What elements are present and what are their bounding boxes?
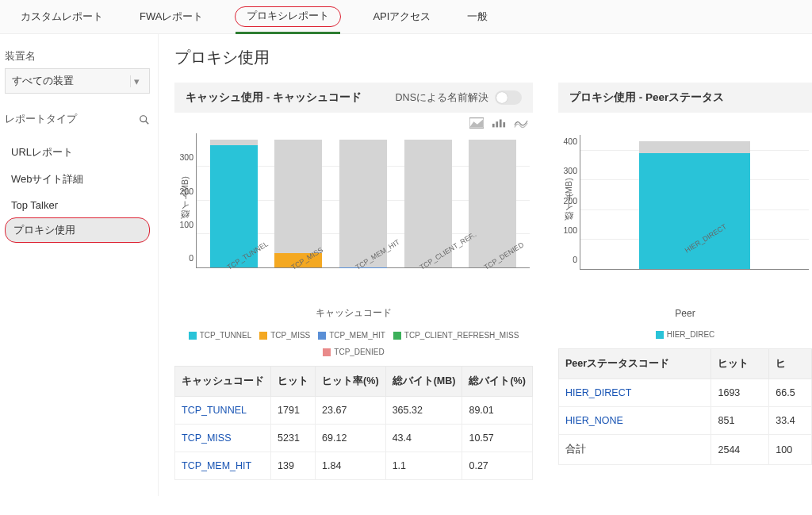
cell: 43.4 xyxy=(385,425,462,452)
cell: 2544 xyxy=(711,435,769,465)
chart-area-icon[interactable] xyxy=(469,117,484,129)
dns-toggle[interactable] xyxy=(495,90,522,105)
tab-fwa-report[interactable]: FWAレポート xyxy=(135,6,208,27)
device-select-value: すべての装置 xyxy=(12,74,74,88)
table-row: TCP_MEM_HIT 139 1.84 1.1 0.27 xyxy=(175,452,533,480)
tab-api-access[interactable]: APIアクセス xyxy=(368,6,435,27)
legend-label: TCP_MISS xyxy=(270,331,310,340)
legend-label: TCP_TUNNEL xyxy=(200,331,252,340)
ytick: 0 xyxy=(170,253,193,263)
ytick: 300 xyxy=(553,166,577,175)
cell: 1791 xyxy=(271,397,316,425)
cache-table: キャッシュコード ヒット ヒット率(%) 総バイト(MB) 総バイト(%) TC… xyxy=(174,366,533,480)
cell: 10.57 xyxy=(462,425,533,452)
legend-label: HIER_DIREC xyxy=(667,330,715,339)
tab-general[interactable]: 一般 xyxy=(462,6,492,27)
ytick: 100 xyxy=(553,225,577,235)
svg-line-1 xyxy=(146,121,149,124)
main-content: プロキシ使用 キャッシュ使用 - キャッシュコード DNSによる名前解決 xyxy=(159,34,812,496)
cell: 合計 xyxy=(559,435,711,465)
peer-chart-xlabel: Peer xyxy=(558,308,812,319)
ytick: 200 xyxy=(170,186,193,196)
th[interactable]: ヒ xyxy=(769,349,812,379)
table-row: TCP_TUNNEL 1791 23.67 365.32 89.01 xyxy=(175,397,533,425)
svg-rect-4 xyxy=(496,121,498,127)
svg-rect-6 xyxy=(503,122,505,127)
table-row: HIER_DIRECT 1693 66.5 xyxy=(559,379,812,407)
chart-bar-icon[interactable] xyxy=(492,117,506,129)
cache-panel: キャッシュ使用 - キャッシュコード DNSによる名前解決 総バイト(MB) 1… xyxy=(174,83,533,480)
dns-toggle-label: DNSによる名前解決 xyxy=(396,91,488,105)
report-type-label: レポートタイプ xyxy=(5,113,77,126)
th[interactable]: キャッシュコード xyxy=(175,367,271,397)
legend-label: TCP_MEM_HIT xyxy=(329,331,385,340)
cache-code-link[interactable]: TCP_TUNNEL xyxy=(175,397,271,425)
tab-proxy-report[interactable]: プロキシレポート xyxy=(235,6,341,27)
ytick: 300 xyxy=(170,152,193,162)
cell: 100 xyxy=(769,435,812,465)
report-type-list: URLレポート Webサイト詳細 Top Talker プロキシ使用 xyxy=(5,139,150,243)
sidebar: 装置名 すべての装置 ▾ レポートタイプ URLレポート Webサイト詳細 To… xyxy=(0,34,159,496)
sidebar-item-url-report[interactable]: URLレポート xyxy=(5,139,150,166)
sidebar-item-top-talker[interactable]: Top Talker xyxy=(5,193,150,217)
ytick: 0 xyxy=(553,255,577,264)
cache-chart: 100 200 300 0 xyxy=(196,133,530,268)
table-row: 合計 2544 100 xyxy=(559,435,812,465)
ytick: 100 xyxy=(170,220,193,229)
page-title: プロキシ使用 xyxy=(174,47,812,68)
ytick: 200 xyxy=(553,196,577,206)
peer-code-link[interactable]: HIER_NONE xyxy=(559,407,711,435)
cell: 1.84 xyxy=(316,452,386,480)
tab-custom-report[interactable]: カスタムレポート xyxy=(16,6,108,27)
peer-code-link[interactable]: HIER_DIRECT xyxy=(559,379,711,407)
legend-label: TCP_CLIENT_REFRESH_MISS xyxy=(404,331,519,340)
cell: 0.27 xyxy=(462,452,533,480)
th[interactable]: 総バイト(%) xyxy=(462,367,533,397)
th[interactable]: ヒット率(%) xyxy=(316,367,386,397)
peer-panel: プロキシ使用 - Peerステータス 総バイト(MB) 100 200 300 … xyxy=(558,83,812,480)
sidebar-item-website-detail[interactable]: Webサイト詳細 xyxy=(5,166,150,193)
peer-legend: HIER_DIREC xyxy=(558,330,812,339)
cache-panel-title: キャッシュ使用 - キャッシュコード xyxy=(186,90,362,105)
chart-line-icon[interactable] xyxy=(514,117,528,129)
th[interactable]: 総バイト(MB) xyxy=(385,367,462,397)
cache-chart-xlabel: キャッシュコード xyxy=(174,306,533,320)
search-icon[interactable] xyxy=(139,114,150,125)
sidebar-item-proxy-usage[interactable]: プロキシ使用 xyxy=(5,217,150,243)
cell: 23.67 xyxy=(316,397,386,425)
device-select[interactable]: すべての装置 ▾ xyxy=(5,68,150,94)
ytick: 400 xyxy=(553,136,577,146)
svg-point-0 xyxy=(140,115,147,121)
cell: 1693 xyxy=(711,379,769,407)
cell: 1.1 xyxy=(385,452,462,480)
table-row: HIER_NONE 851 33.4 xyxy=(559,407,812,435)
cache-code-link[interactable]: TCP_MISS xyxy=(175,425,271,452)
cell: 33.4 xyxy=(769,407,812,435)
svg-rect-5 xyxy=(500,120,502,128)
peer-panel-title: プロキシ使用 - Peerステータス xyxy=(569,90,724,105)
legend-label: TCP_DENIED xyxy=(334,348,384,356)
th[interactable]: Peerステータスコード xyxy=(559,349,711,379)
cell: 66.5 xyxy=(769,379,812,407)
cell: 139 xyxy=(271,452,316,480)
bar-hier-direct[interactable] xyxy=(639,153,750,269)
top-nav: カスタムレポート FWAレポート プロキシレポート APIアクセス 一般 xyxy=(0,0,812,34)
svg-rect-3 xyxy=(492,124,495,128)
cell: 365.32 xyxy=(385,397,462,425)
device-label: 装置名 xyxy=(5,50,150,63)
th[interactable]: ヒット xyxy=(711,349,769,379)
peer-table: Peerステータスコード ヒット ヒ HIER_DIRECT 1693 66.5… xyxy=(558,348,812,465)
cell: 5231 xyxy=(271,425,316,452)
th[interactable]: ヒット xyxy=(271,367,316,397)
cache-legend: TCP_TUNNEL TCP_MISS TCP_MEM_HIT TCP_CLIE… xyxy=(174,331,533,356)
cell: 69.12 xyxy=(316,425,386,452)
cache-code-link[interactable]: TCP_MEM_HIT xyxy=(175,452,271,480)
table-row: TCP_MISS 5231 69.12 43.4 10.57 xyxy=(175,425,533,452)
chevron-down-icon: ▾ xyxy=(130,75,143,87)
cell: 851 xyxy=(711,407,769,435)
cell: 89.01 xyxy=(462,397,533,425)
dns-toggle-group: DNSによる名前解決 xyxy=(396,90,522,105)
